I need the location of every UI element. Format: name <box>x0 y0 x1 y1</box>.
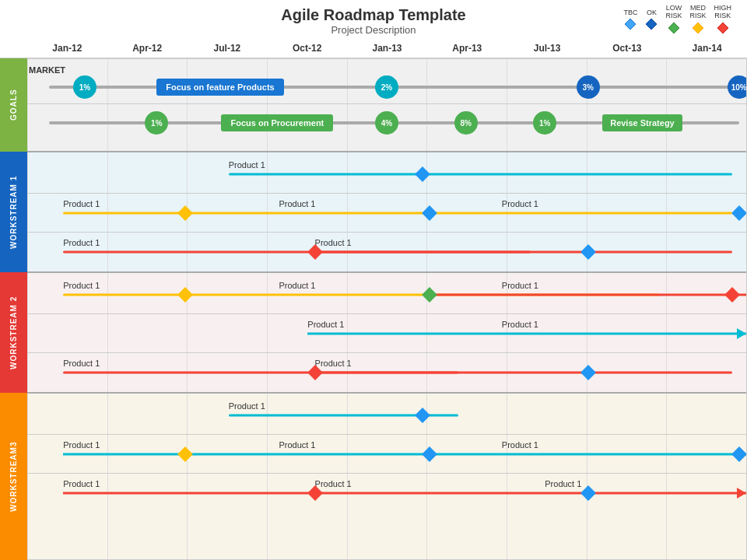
legend-med-risk-label: MEDRISK <box>689 5 706 20</box>
app-container: Agile Roadmap Template Project Descripti… <box>0 0 747 560</box>
revise-strategy-label: Revise Strategy <box>602 114 682 131</box>
ws3-row3: Product 1 Product 1 Product 1 <box>27 475 746 511</box>
ws3-row3-label3: Product 1 <box>545 479 581 488</box>
badge-1pct-row2: 1% <box>145 111 168 135</box>
badge-1pct-row1: 1% <box>73 75 96 99</box>
ws2-row1: Product 1 Product 1 Product 1 <box>27 277 746 313</box>
badge-4pct-row2: 4% <box>375 111 398 135</box>
ws3-row1: Product 1 <box>27 397 746 433</box>
month-apr13: Apr-13 <box>427 40 507 56</box>
ws1-row3-label1: Product 1 <box>63 238 100 247</box>
legend-med-risk: MEDRISK <box>689 5 706 34</box>
diamond-tbc-icon <box>624 18 637 30</box>
month-apr12: Apr-12 <box>107 40 188 56</box>
ws1-row2-label3: Product 1 <box>502 199 538 208</box>
ws2-row1-label2: Product 1 <box>279 281 315 290</box>
month-jan14: Jan-14 <box>667 40 747 56</box>
ws2-row1-label3: Product 1 <box>502 281 538 290</box>
diamond-ok-icon <box>645 18 658 30</box>
ws2-row3: Product 1 Product 1 <box>27 355 746 390</box>
ws1-row1: Product 1 <box>27 156 746 192</box>
ws2-row3-label1: Product 1 <box>63 359 100 368</box>
ws3-row3-label1: Product 1 <box>63 479 100 488</box>
legend-low-risk-label: LOWRISK <box>665 5 682 20</box>
svg-marker-4 <box>717 23 728 33</box>
badge-1pct2-row2: 1% <box>533 111 556 135</box>
legend-ok-label: OK <box>647 9 657 16</box>
ws3-section: Product 1 Product 1 Product 1 Product 1 <box>27 394 746 559</box>
content-area: GOALS WORKSTREAM 1 WORKSTREAM 2 WORKSTRE… <box>0 58 747 560</box>
side-labels: GOALS WORKSTREAM 1 WORKSTREAM 2 WORKSTRE… <box>0 58 27 560</box>
svg-marker-0 <box>625 19 636 30</box>
badge-8pct-row2: 8% <box>454 111 478 135</box>
ws3-row2: Product 1 Product 1 Product 1 <box>27 436 746 472</box>
ws1-row1-label1: Product 1 <box>229 160 265 170</box>
svg-marker-3 <box>693 23 703 33</box>
ws1-row2-label1: Product 1 <box>63 199 100 208</box>
month-jul12: Jul-12 <box>188 40 268 56</box>
ws3-row1-label1: Product 1 <box>229 401 265 411</box>
ws1-row2: Product 1 Product 1 Product 1 <box>27 195 746 231</box>
month-jan12: Jan-12 <box>27 40 107 56</box>
ws1-row3-label2: Product 1 <box>315 238 352 247</box>
side-label-goals: GOALS <box>0 58 27 152</box>
month-jan13: Jan-13 <box>347 40 427 56</box>
chart-area: MARKET 1% Focus on feature Products 2% 3… <box>27 58 747 560</box>
badge-10pct-row1: 10% <box>728 75 746 99</box>
svg-marker-1 <box>646 19 657 30</box>
side-label-ws1: WORKSTREAM 1 <box>0 152 27 272</box>
legend-high-risk-label: HIGHRISK <box>714 5 732 20</box>
timeline-header: Jan-12 Apr-12 Jul-12 Oct-12 Jan-13 Apr-1… <box>0 39 747 58</box>
ws2-row3-label2: Product 1 <box>315 359 352 368</box>
diamond-high-risk-icon <box>717 22 729 34</box>
goals-row1-label: Focus on feature Products <box>156 79 283 96</box>
header: Agile Roadmap Template Project Descripti… <box>0 0 747 39</box>
side-label-ws2: WORKSTREAM 2 <box>0 272 27 393</box>
month-oct13: Oct-13 <box>587 40 667 56</box>
ws3-row3-label2: Product 1 <box>315 479 352 488</box>
ws2-row2: Product 1 Product 1 <box>27 316 746 352</box>
ws3-row2-label3: Product 1 <box>502 440 538 450</box>
ws1-row3: Product 1 Product 1 <box>27 234 746 270</box>
goals-row2: 1% Focus on Procurement 4% 8% 1% Revise … <box>27 107 746 138</box>
svg-marker-2 <box>668 23 679 33</box>
month-jul13: Jul-13 <box>507 40 587 56</box>
badge-2pct-row1: 2% <box>375 75 398 99</box>
ws2-row1-label1: Product 1 <box>63 281 100 290</box>
ws2-section: Product 1 Product 1 Product 1 <box>27 273 746 394</box>
ws1-row2-label2: Product 1 <box>279 199 315 208</box>
diamond-med-risk-icon <box>692 22 704 34</box>
legend-tbc: TBC <box>623 9 637 30</box>
legend-high-risk: HIGHRISK <box>714 5 732 34</box>
ws3-row2-label1: Product 1 <box>63 440 100 450</box>
goals-section: MARKET 1% Focus on feature Products 2% 3… <box>27 59 746 152</box>
legend-tbc-label: TBC <box>623 9 637 16</box>
legend: TBC OK LOWRISK MEDRISK <box>623 5 731 34</box>
goals-row1: 1% Focus on feature Products 2% 3% 10% <box>27 72 746 103</box>
diamond-low-risk-icon <box>668 22 680 34</box>
legend-low-risk: LOWRISK <box>665 5 682 34</box>
side-label-ws3: WORKSTREAM3 <box>0 393 27 560</box>
badge-3pct-row1: 3% <box>577 75 600 99</box>
month-oct12: Oct-12 <box>267 40 347 56</box>
goals-row2-label: Focus on Procurement <box>221 114 333 131</box>
legend-ok: OK <box>645 9 658 30</box>
ws3-row2-label2: Product 1 <box>279 440 315 450</box>
ws1-section: Product 1 Product 1 Product 1 Product 1 <box>27 152 746 273</box>
ws2-row2-label2: Product 1 <box>502 320 538 329</box>
ws2-row2-label1: Product 1 <box>307 320 344 329</box>
